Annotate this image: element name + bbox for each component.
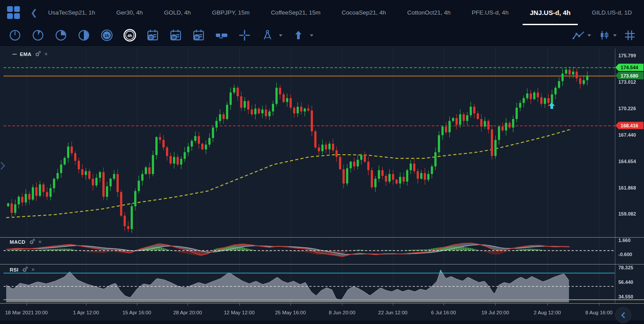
timeframe-weekly-calendar-icon[interactable]: W <box>169 28 183 42</box>
tab-gild.us-d[interactable]: GILD.US-d, 1D <box>581 0 643 25</box>
timeframe-1h-clock-icon[interactable]: 1h <box>100 28 114 42</box>
tab-pfe.us-d[interactable]: PFE.US-d, 4h <box>461 0 519 25</box>
tab-bar: ❮ UsaTecSep21, 1hGer30, 4hGOLD, 4hGBPJPY… <box>0 0 644 26</box>
support-price-badge: 168.416 <box>615 122 644 129</box>
rsi-close-icon[interactable]: × <box>31 268 35 272</box>
tabs-scroll-left-icon[interactable]: ❮ <box>30 7 38 18</box>
grid-settings-icon[interactable] <box>623 28 637 42</box>
macd-indicator-label: MACD <box>10 239 26 245</box>
axis-tick-label: 173.012 <box>618 79 636 85</box>
chart-type-candlestick-icon[interactable] <box>597 28 611 42</box>
time-tick-label: 6 Jul 16:00 <box>431 310 456 315</box>
timeframe-5m-clock-icon[interactable] <box>31 28 45 42</box>
macd-legend: MACD × <box>10 238 41 245</box>
scroll-back-circle-button[interactable] <box>615 307 631 323</box>
rsi-settings-gear-icon[interactable] <box>22 266 28 273</box>
tab-gold[interactable]: GOLD, 4h <box>154 0 202 25</box>
timeframe-1m-clock-icon[interactable] <box>8 28 22 42</box>
axis-tick-label: 34.550 <box>618 294 633 299</box>
axis-tick-label: 1.660 <box>618 238 631 243</box>
rsi-indicator-label: RSI <box>10 267 19 272</box>
trading-platform-window: ❮ UsaTecSep21, 1hGer30, 4hGOLD, 4hGBPJPY… <box>0 0 644 324</box>
svg-text:D: D <box>149 35 152 40</box>
apps-grid-square <box>7 6 13 12</box>
time-tick-label: 2 Aug 12:00 <box>534 310 561 315</box>
indicators-icon[interactable] <box>572 28 586 42</box>
price-chart-canvas[interactable] <box>0 0 644 324</box>
tab-cottonoct21[interactable]: CottonOct21, 4h <box>397 0 461 25</box>
tab-usatecsep21[interactable]: UsaTecSep21, 1h <box>38 0 106 25</box>
timeframe-30m-clock-icon[interactable] <box>77 28 91 42</box>
timeframe-15m-clock-icon[interactable] <box>54 28 68 42</box>
apps-grid-icon[interactable] <box>7 6 20 19</box>
axis-tick-label: 159.082 <box>618 211 636 216</box>
bar-replay-icon[interactable] <box>215 28 229 42</box>
svg-text:1h: 1h <box>105 34 109 38</box>
macd-settings-gear-icon[interactable] <box>29 238 35 245</box>
apps-grid-square <box>7 13 13 19</box>
axis-tick-label: 170.226 <box>618 106 636 111</box>
axis-tick-label: 161.868 <box>618 185 636 190</box>
time-tick-label: 15 Apr 16:00 <box>122 310 151 315</box>
axis-tick-label: 167.440 <box>618 132 636 138</box>
indicators-caret-icon[interactable] <box>588 34 591 37</box>
axis-tick-label: 56.440 <box>618 279 633 285</box>
ema-legend: EMA × <box>12 51 48 57</box>
macd-close-icon[interactable]: × <box>38 240 42 244</box>
chart-tabs: UsaTecSep21, 1hGer30, 4hGOLD, 4hGBPJPY, … <box>38 0 643 25</box>
time-tick-label: 1 Apr 12:00 <box>73 310 99 315</box>
drawing-tools-caret-icon[interactable] <box>279 34 282 37</box>
svg-text:4h: 4h <box>128 34 132 38</box>
timeframe-daily-calendar-icon[interactable]: D <box>146 28 160 42</box>
time-tick-label: 8 Jun 20:00 <box>329 310 355 315</box>
time-tick-label: 28 Apr 20:00 <box>173 310 202 315</box>
crosshair-icon[interactable] <box>237 28 252 42</box>
trade-arrow-caret-icon[interactable] <box>310 34 313 37</box>
left-panel-expand-icon[interactable] <box>0 160 5 173</box>
ema-close-icon[interactable]: × <box>44 52 48 56</box>
collapse-pane-icon[interactable] <box>12 54 17 55</box>
timeframe-monthly-calendar-icon[interactable]: M <box>192 28 206 42</box>
time-tick-label: 19 Jul 20:00 <box>482 310 509 315</box>
chart-toolbar: 1h 4h D W M <box>0 25 644 46</box>
axis-tick-label: -0.600 <box>618 252 632 257</box>
time-tick-label: 18 Mar 2021 20:00 <box>5 310 48 315</box>
timeframe-4h-clock-icon-active[interactable]: 4h <box>123 28 137 42</box>
chart-type-caret-icon[interactable] <box>613 34 617 37</box>
axis-tick-label: 164.654 <box>618 159 636 164</box>
current-price-badge: 173.680 <box>615 72 644 79</box>
time-tick-label: 12 May 12:00 <box>224 310 255 315</box>
apps-grid-square <box>14 13 20 19</box>
rsi-legend: RSI × <box>10 266 35 273</box>
drawing-tools-compass-icon[interactable] <box>260 28 275 42</box>
apps-grid-square <box>14 6 20 12</box>
ema-settings-gear-icon[interactable] <box>34 51 41 57</box>
ema-indicator-label: EMA <box>20 52 31 57</box>
axis-tick-label: 78.325 <box>618 265 633 270</box>
svg-text:M: M <box>195 35 199 40</box>
trade-arrow-up-icon[interactable] <box>291 28 305 42</box>
tab-coffeesep21[interactable]: CoffeeSep21, 15m <box>260 0 331 25</box>
time-tick-label: 8 Aug 16:00 <box>585 310 612 315</box>
tab-ger30[interactable]: Ger30, 4h <box>106 0 154 25</box>
tab-cocoasep21[interactable]: CocoaSep21, 4h <box>331 0 397 25</box>
svg-text:W: W <box>172 35 176 40</box>
time-tick-label: 22 Jun 12:00 <box>378 310 408 315</box>
tab-gbpjpy[interactable]: GBPJPY, 15m <box>201 0 260 25</box>
tab-jnj.us-d[interactable]: JNJ.US-d, 4h <box>519 0 581 25</box>
axis-tick-label: 175.799 <box>618 53 636 58</box>
time-tick-label: 25 May 16:00 <box>275 310 306 315</box>
resistance-price-badge: 174.544 <box>615 63 644 71</box>
